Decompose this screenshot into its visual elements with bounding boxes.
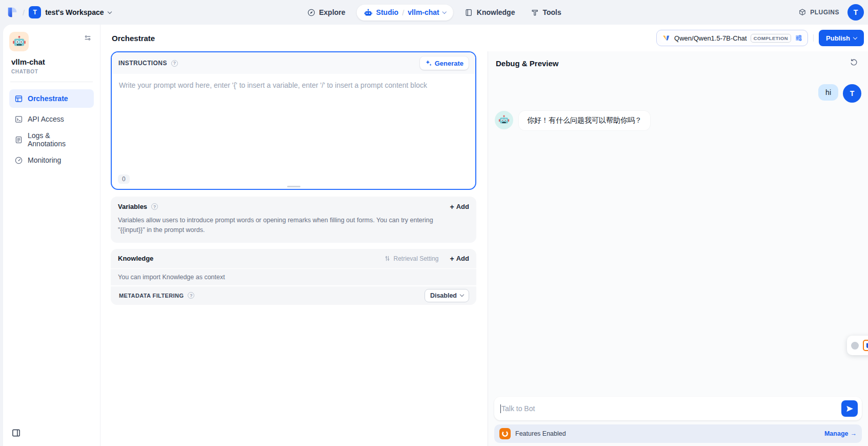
plugins-button[interactable]: PLUGINS [798,8,839,16]
app-sidebar: vllm-chat CHATBOT Orchestrate API Access… [3,25,100,446]
sidebar-item-api-access[interactable]: API Access [9,110,94,128]
slash-separator: / [23,8,25,17]
metadata-filtering-value: Disabled [430,292,457,299]
book-icon [465,8,473,17]
chat-message-bot: 你好！有什么问题我可以帮助你吗？ [495,111,861,130]
nav-studio[interactable]: Studio / vllm-chat [357,5,453,21]
send-button[interactable] [841,400,858,417]
vllm-logo-icon [661,33,671,43]
slash-separator: / [402,8,404,17]
model-selector[interactable]: Qwen/Qwen1.5-7B-Chat COMPLETION [656,30,808,46]
add-variable-button[interactable]: + Add [450,203,469,210]
help-icon[interactable]: ? [171,60,178,67]
nav-knowledge-label: Knowledge [477,8,515,16]
plus-icon: + [450,203,454,210]
features-label: Features Enabled [515,430,566,437]
debug-preview-panel: Debug & Preview hi T [488,51,868,446]
chevron-down-icon [460,293,464,297]
panel-right-icon [11,428,21,438]
nav-studio-label: Studio [376,8,399,16]
char-count-badge: 0 [118,174,130,184]
cube-icon [798,8,806,16]
sidebar-item-logs-annotations[interactable]: Logs & Annotations [9,130,94,149]
knowledge-description: You can import Knowledge as context [111,268,476,285]
model-name: Qwen/Qwen1.5-7B-Chat [674,34,747,42]
help-icon[interactable]: ? [151,203,158,210]
workspace-avatar[interactable]: T [29,6,41,18]
knowledge-panel: Knowledge Retrieval Setting + Add You ca… [111,249,476,305]
publish-label: Publish [826,34,850,42]
sparkles-icon [425,60,432,67]
help-icon[interactable]: ? [188,292,194,299]
variables-panel: Variables ? + Add Variables allow users … [111,197,476,243]
app-name: vllm-chat [9,57,94,66]
sidebar-item-monitoring[interactable]: Monitoring [9,151,94,169]
variables-title: Variables [118,203,147,210]
add-knowledge-button[interactable]: + Add [450,255,469,262]
workspace-name[interactable]: test's Workspace [45,8,104,16]
page-title: Orchestrate [112,34,656,43]
nav-current-app-label[interactable]: vllm-chat [408,8,439,16]
bot-message-bubble: 你好！有什么问题我可以帮助你吗？ [519,111,650,130]
generate-button[interactable]: Generate [420,56,469,70]
dify-logo-icon[interactable] [6,6,18,18]
app-root: / T test's Workspace Explore Studio / vl… [0,0,868,446]
sidebar-item-label: Logs & Annotations [28,131,89,148]
publish-button[interactable]: Publish [819,30,864,46]
hammer-icon [530,8,539,17]
sidebar-item-label: API Access [28,115,64,123]
orchestrate-config: INSTRUCTIONS ? Generate Write your promp… [100,51,488,446]
manage-label: Manage [824,430,849,437]
nav-tools[interactable]: Tools [526,5,565,20]
add-variable-label: Add [456,203,469,210]
generate-label: Generate [435,60,463,67]
tune-sliders-icon[interactable] [795,34,803,42]
main-card: vllm-chat CHATBOT Orchestrate API Access… [3,25,868,446]
plugins-label: PLUGINS [810,9,839,16]
app-settings-button[interactable] [82,32,94,46]
manage-features-button[interactable]: Manage → [824,430,857,437]
text-caret [500,404,501,413]
model-mode-badge: COMPLETION [751,34,791,43]
paper-plane-icon [845,404,854,413]
extension-logo-icon [863,340,868,351]
floating-extension-widget[interactable] [847,336,868,355]
compass-icon [307,8,315,17]
user-message-bubble: hi [818,84,838,101]
chat-input[interactable] [501,404,841,413]
bot-chat-avatar [495,111,513,129]
vertical-sliders-icon [384,255,391,262]
instructions-editor[interactable]: Write your prompt word here, enter '{' t… [112,74,475,189]
collapse-sidebar-button[interactable] [11,428,21,440]
chevron-down-icon[interactable] [442,9,447,13]
robot-emoji-icon [12,35,26,49]
sidebar-divider [10,82,93,82]
nav-explore[interactable]: Explore [302,5,349,20]
user-chat-avatar: T [843,84,861,103]
document-lines-icon [14,135,23,144]
top-nav: / T test's Workspace Explore Studio / vl… [0,0,868,25]
chevron-down-icon [853,35,857,39]
chevron-down-icon[interactable] [107,9,111,13]
sidebar-item-orchestrate[interactable]: Orchestrate [9,89,94,108]
resize-handle[interactable] [287,186,300,187]
instructions-panel: INSTRUCTIONS ? Generate Write your promp… [111,51,476,190]
page-header: Orchestrate Qwen/Qwen1.5-7B-Chat COMPLET… [100,25,868,51]
sliders-icon [84,34,92,42]
chat-message-user: hi T [495,84,861,103]
nav-knowledge[interactable]: Knowledge [460,5,519,20]
nav-tools-label: Tools [542,8,561,16]
arrow-right-icon: → [851,430,857,437]
add-knowledge-label: Add [456,255,469,262]
app-icon [9,32,29,51]
rotate-ccw-icon [850,58,858,67]
retrieval-setting-button[interactable]: Retrieval Setting [384,255,438,262]
nav-explore-label: Explore [319,8,345,16]
user-avatar[interactable]: T [847,4,864,21]
header-divider [813,34,814,42]
robot-icon [364,8,373,17]
metadata-filtering-select[interactable]: Disabled [425,289,469,302]
retrieval-setting-label: Retrieval Setting [393,255,438,262]
chat-area: hi T [488,75,868,397]
reset-conversation-button[interactable] [847,56,860,71]
